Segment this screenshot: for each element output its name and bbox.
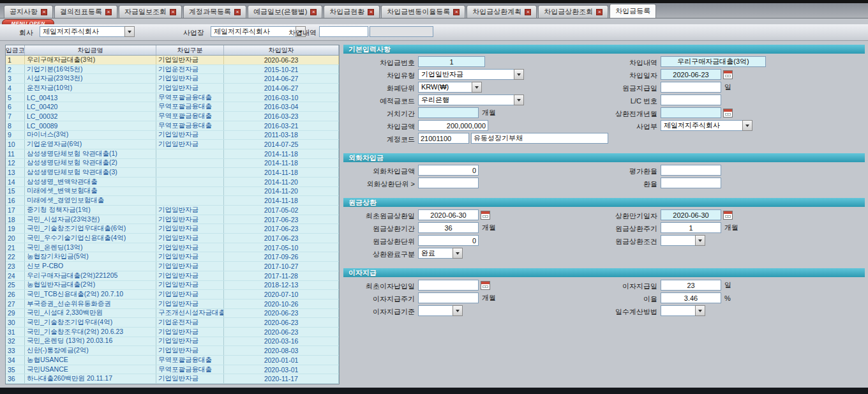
table-row[interactable]: 4운전자금(10억)기업일반자금2014-06-27 <box>6 84 339 93</box>
repay-period-input[interactable] <box>418 222 479 233</box>
tab-item[interactable]: 차입금변동이율등록× <box>381 5 465 18</box>
calendar-icon[interactable] <box>723 211 733 220</box>
calendar-icon[interactable] <box>481 281 490 290</box>
loan-type-select[interactable]: 기업일반자금 <box>418 69 524 80</box>
table-row[interactable]: 21국민_온렌딩(13억)기업일반자금2017-05-10 <box>6 243 339 253</box>
tab-close-icon[interactable]: × <box>453 9 460 15</box>
table-row[interactable]: 18국민_시설자금(23억3천)기업일반자금2017-06-23 <box>6 215 339 225</box>
table-row[interactable]: 15미래에셋_변액보험대출2014-11-20 <box>6 187 339 197</box>
tab-item[interactable]: 자금일보조회× <box>119 5 182 18</box>
grace-period-input[interactable] <box>418 107 479 118</box>
interest-rate-input[interactable] <box>661 292 721 303</box>
repay-cycle-input[interactable] <box>661 222 721 233</box>
table-row[interactable]: 3시설자금(23억3천)기업일반자금2014-06-27 <box>6 74 339 84</box>
chevron-down-icon[interactable] <box>514 95 524 105</box>
table-row[interactable]: 7LC_00032무역포괄금융대출2016-03-23 <box>6 112 339 121</box>
repay-complete-select[interactable]: 완료 <box>418 248 463 259</box>
table-row[interactable]: 20국민_우수기술기업신용대출(4억)기업일반자금2017-06-23 <box>6 234 339 243</box>
table-row[interactable]: 11삼성생명단체보험 약관대출(1)2014-11-18 <box>6 149 339 159</box>
interest-basis-select[interactable] <box>418 305 463 316</box>
table-row[interactable]: 23신보 P-CBO기업일반자금2017-10-27 <box>6 262 339 271</box>
interest-pay-day-input[interactable] <box>661 280 721 291</box>
account-name-input[interactable] <box>471 133 608 144</box>
chevron-down-icon[interactable] <box>514 69 524 80</box>
repay-condition-select[interactable] <box>661 235 705 246</box>
exchange-rate-input[interactable] <box>661 178 721 188</box>
loan-no-input[interactable] <box>418 56 485 67</box>
table-row[interactable]: 14삼성생명_변액약관대출2014-11-20 <box>6 178 339 187</box>
loan-amount-input[interactable] <box>418 120 488 131</box>
table-row[interactable]: 6LC_00420무역포괄금융대출2016-03-04 <box>6 102 339 112</box>
fx-amount-input[interactable] <box>418 165 479 176</box>
table-row[interactable]: 9마이너스(3억)기업일반자금2011-03-18 <box>6 131 339 140</box>
loan-date-input[interactable] <box>661 69 721 80</box>
company-select[interactable]: 제일저지주식회사 <box>40 26 135 37</box>
table-row[interactable]: 17중기청 정책자금(1억)기업일반자금2017-05-02 <box>6 206 339 215</box>
day-calc-select[interactable] <box>661 305 705 316</box>
table-row[interactable]: 19국민_기술창조기업우대대출(6억)기업일반자금2017-06-23 <box>6 224 339 234</box>
deposit-code-select[interactable]: 우리은행 <box>418 95 524 105</box>
lc-no-input[interactable] <box>661 95 721 105</box>
tab-close-icon[interactable]: × <box>525 9 531 15</box>
table-row[interactable]: 33신한(-)통장예금(2억)기업일반자금2020-08-03 <box>6 346 339 356</box>
first-repay-date-input[interactable] <box>418 209 479 220</box>
tab-item[interactable]: 차입금현황× <box>324 5 380 18</box>
tab-close-icon[interactable]: × <box>105 9 112 15</box>
tab-active[interactable]: 차입금등록 <box>610 4 656 18</box>
table-row[interactable]: 31국민_기술창조우대(2억) 20.6.23기업일반자금2020-06-23 <box>6 328 339 337</box>
chevron-down-icon[interactable] <box>695 305 705 316</box>
table-row[interactable]: 16미래에셋_경영인보험대출2014-11-18 <box>6 196 339 206</box>
maturity-date-input[interactable] <box>661 209 721 220</box>
principal-pay-day-input[interactable] <box>661 82 721 93</box>
column-header[interactable]: 차입일자 <box>224 45 339 55</box>
chevron-down-icon[interactable] <box>695 235 705 246</box>
table-row[interactable]: 29국민_시설대 2,330백만원구조개선시설자금대출2020-06-23 <box>6 309 339 319</box>
table-row[interactable]: 30국민_기술창조기업우대(4억)기업운전자금2020-06-23 <box>6 318 339 328</box>
column-header[interactable]: 차입금코드 <box>6 45 25 55</box>
chevron-down-icon[interactable] <box>453 305 463 316</box>
division-select[interactable]: 제일저지주식회사 <box>661 120 752 131</box>
tab-close-icon[interactable]: × <box>368 9 374 15</box>
loan-detail-code-input[interactable] <box>319 26 368 37</box>
calendar-icon[interactable] <box>723 109 733 117</box>
tab-item[interactable]: 공지사항× <box>4 5 53 18</box>
first-interest-date-input[interactable] <box>418 280 479 291</box>
account-code-input[interactable] <box>418 133 469 144</box>
chevron-down-icon[interactable] <box>453 248 463 259</box>
loan-desc-input[interactable] <box>661 56 766 67</box>
chevron-down-icon[interactable] <box>124 26 135 37</box>
table-row[interactable]: 1우리구매자금대출(3억)기업일반자금2020-06-23 <box>6 56 339 65</box>
table-row[interactable]: 12삼성생명단체보험 약관대출(2)2014-11-18 <box>6 159 339 169</box>
tab-item[interactable]: 차입금상환조회× <box>538 5 608 18</box>
chevron-down-icon[interactable] <box>742 120 752 131</box>
column-header[interactable]: 차입구분 <box>156 45 224 55</box>
table-row[interactable]: 22농협장기차입금(5억)기업일반자금2017-09-26 <box>6 252 339 262</box>
column-header[interactable]: 차입금명 <box>25 45 156 55</box>
tab-close-icon[interactable]: × <box>596 9 602 15</box>
table-row[interactable]: 25농협일반자금대출(2억)기업일반자금2018-12-13 <box>6 281 339 291</box>
calendar-icon[interactable] <box>481 211 490 220</box>
chevron-down-icon[interactable] <box>472 82 482 93</box>
table-row[interactable]: 2기업기본(16억5천)기업운전자금2015-10-21 <box>6 65 339 75</box>
table-row[interactable]: 36하나대출260백만원 20.11.17기업일반자금2020-11-17 <box>6 374 339 384</box>
table-row[interactable]: 32국민_온렌딩 (13억) 20.03.16기업일반자금2020-03-16 <box>6 337 339 347</box>
tab-close-icon[interactable]: × <box>310 9 317 15</box>
eval-rate-input[interactable] <box>661 165 721 176</box>
tab-close-icon[interactable]: × <box>234 9 241 15</box>
loan-detail-name-input[interactable] <box>370 26 433 37</box>
currency-select[interactable]: KRW(₩) <box>418 82 482 93</box>
tab-item[interactable]: 예금일보(은행별)× <box>248 5 322 18</box>
tab-item[interactable]: 계정과목등록× <box>183 5 246 18</box>
table-row[interactable]: 34농협USANCE무역포괄금융대출2020-01-01 <box>6 356 339 365</box>
table-row[interactable]: 35국민USANCE무역포괄금융대출2020-03-01 <box>6 365 339 375</box>
table-row[interactable]: 13삼성생명단체보험 약관대출(3)2014-11-18 <box>6 168 339 178</box>
table-row[interactable]: 5LC_00413무역포괄금융대출2016-03-10 <box>6 93 339 103</box>
pre-repay-ym-input[interactable] <box>661 107 721 118</box>
tab-close-icon[interactable]: × <box>41 9 47 15</box>
repay-unit-input[interactable] <box>418 235 479 246</box>
interest-cycle-input[interactable] <box>418 292 479 303</box>
tab-item[interactable]: 차입금상환계획× <box>467 5 537 18</box>
table-row[interactable]: 24우리구매자금대출(2억)221205기업일반자금2017-11-28 <box>6 271 339 281</box>
table-row[interactable]: 10기업운영자금(6억)기업일반자금2014-07-25 <box>6 140 339 149</box>
calendar-icon[interactable] <box>723 70 733 79</box>
